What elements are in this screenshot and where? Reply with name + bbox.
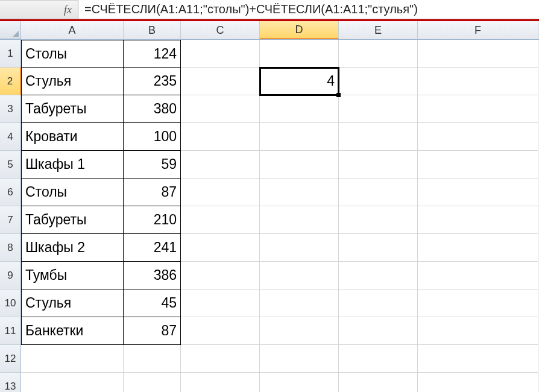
row-header[interactable]: 6	[0, 179, 21, 206]
row-header[interactable]: 10	[0, 289, 21, 317]
cell[interactable]	[418, 123, 538, 151]
cell[interactable]	[339, 317, 418, 345]
cell[interactable]: Шкафы 2	[21, 234, 124, 262]
cell[interactable]: 210	[124, 206, 181, 234]
cell[interactable]	[260, 151, 339, 179]
cell[interactable]	[418, 373, 538, 392]
row-header[interactable]: 5	[0, 151, 21, 179]
cell[interactable]	[181, 206, 260, 234]
cell[interactable]	[181, 95, 260, 123]
fill-handle[interactable]	[336, 93, 341, 97]
cell[interactable]: 87	[124, 317, 181, 345]
cell[interactable]	[260, 289, 339, 317]
cell[interactable]: 124	[124, 40, 181, 68]
cell[interactable]	[418, 206, 538, 234]
col-header-c[interactable]: C	[181, 21, 260, 39]
cell[interactable]: 87	[124, 179, 181, 206]
cell[interactable]: 45	[124, 289, 181, 317]
cell[interactable]	[418, 345, 538, 373]
cell[interactable]	[418, 317, 538, 345]
row-header[interactable]: 11	[0, 317, 21, 345]
cell[interactable]	[339, 289, 418, 317]
cell[interactable]: Табуреты	[21, 95, 124, 123]
cell[interactable]	[418, 95, 538, 123]
cell[interactable]	[260, 123, 339, 151]
cell[interactable]	[339, 234, 418, 262]
col-header-e[interactable]: E	[339, 21, 418, 39]
cell[interactable]	[260, 206, 339, 234]
cell[interactable]: 380	[124, 95, 181, 123]
cell[interactable]: 386	[124, 262, 181, 289]
cell[interactable]	[181, 40, 260, 68]
cell[interactable]	[339, 68, 418, 95]
cell[interactable]	[260, 179, 339, 206]
cell[interactable]: Табуреты	[21, 206, 124, 234]
cell[interactable]	[181, 151, 260, 179]
cell[interactable]: Стулья	[21, 289, 124, 317]
cell[interactable]: 4	[260, 68, 339, 95]
row-header[interactable]: 12	[0, 345, 21, 373]
cell[interactable]: 59	[124, 151, 181, 179]
cell[interactable]	[181, 289, 260, 317]
row-header[interactable]: 2	[0, 68, 21, 95]
cell[interactable]	[418, 68, 538, 95]
cell[interactable]	[181, 345, 260, 373]
row-header[interactable]: 9	[0, 262, 21, 289]
cell[interactable]	[181, 123, 260, 151]
cell[interactable]	[260, 317, 339, 345]
row-header[interactable]: 7	[0, 206, 21, 234]
cell[interactable]	[181, 373, 260, 392]
col-header-f[interactable]: F	[418, 21, 538, 39]
cell[interactable]	[181, 179, 260, 206]
cell[interactable]	[339, 151, 418, 179]
row-header[interactable]: 1	[0, 40, 21, 68]
cell[interactable]: 235	[124, 68, 181, 95]
cell[interactable]	[339, 206, 418, 234]
cell[interactable]: Столы	[21, 179, 124, 206]
cell[interactable]	[260, 345, 339, 373]
cell[interactable]: Шкафы 1	[21, 151, 124, 179]
cell[interactable]: Стулья	[21, 68, 124, 95]
row-header[interactable]: 3	[0, 95, 21, 123]
col-header-a[interactable]: A	[21, 21, 124, 39]
cell[interactable]	[418, 40, 538, 68]
row-header[interactable]: 8	[0, 234, 21, 262]
fx-button[interactable]: fx	[0, 0, 78, 19]
cell[interactable]	[339, 40, 418, 68]
cell[interactable]	[260, 95, 339, 123]
cell[interactable]	[418, 234, 538, 262]
cell[interactable]	[124, 373, 181, 392]
row-header[interactable]: 4	[0, 123, 21, 151]
cell[interactable]	[339, 123, 418, 151]
cell[interactable]: 100	[124, 123, 181, 151]
cell[interactable]	[181, 68, 260, 95]
cell[interactable]	[418, 151, 538, 179]
cell[interactable]	[124, 345, 181, 373]
cell[interactable]	[339, 95, 418, 123]
cell[interactable]	[339, 345, 418, 373]
cell[interactable]	[21, 373, 124, 392]
cell[interactable]: Тумбы	[21, 262, 124, 289]
cell[interactable]: Столы	[21, 40, 124, 68]
cell[interactable]	[339, 373, 418, 392]
cell[interactable]: 241	[124, 234, 181, 262]
cell[interactable]	[418, 289, 538, 317]
col-header-b[interactable]: B	[124, 21, 181, 39]
cell[interactable]	[418, 179, 538, 206]
cell[interactable]: Кровати	[21, 123, 124, 151]
cell[interactable]	[260, 373, 339, 392]
cell[interactable]	[260, 40, 339, 68]
cell[interactable]	[260, 262, 339, 289]
cell[interactable]	[260, 234, 339, 262]
cell[interactable]	[21, 345, 124, 373]
cell[interactable]	[181, 317, 260, 345]
cell[interactable]	[181, 234, 260, 262]
select-all-corner[interactable]	[0, 21, 21, 39]
cell[interactable]	[339, 179, 418, 206]
row-header[interactable]: 13	[0, 373, 21, 392]
cell[interactable]: Банкетки	[21, 317, 124, 345]
cell[interactable]	[339, 262, 418, 289]
cell[interactable]	[418, 262, 538, 289]
cell[interactable]	[181, 262, 260, 289]
col-header-d[interactable]: D	[260, 21, 339, 39]
